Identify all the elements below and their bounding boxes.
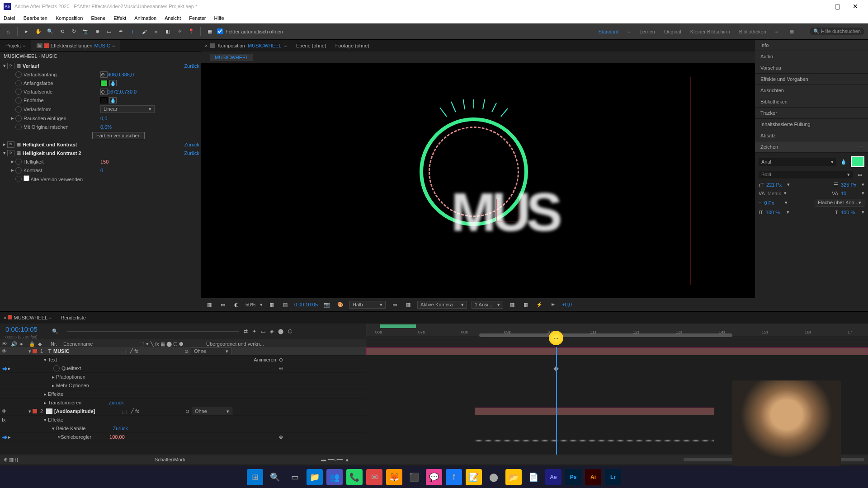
twirl-icon[interactable]: ▸ (42, 391, 48, 397)
reset-link[interactable]: Zurück (184, 150, 199, 156)
fill-color-swatch[interactable] (851, 156, 864, 167)
layer-audioamplitude[interactable]: 👁 ▾ 2 [Audioamplitude] ⬚ ╱ fx ⊚ Ohne▾ (0, 407, 366, 416)
stopwatch-icon[interactable] (15, 89, 22, 95)
stroke-mode-dropdown[interactable]: Fläche über Kon...▾ (815, 199, 864, 206)
panel-preview[interactable]: Vorschau (755, 62, 868, 74)
color-swatch[interactable] (100, 97, 108, 103)
parent-column[interactable]: Übergeordnet und verkn... (206, 341, 264, 347)
exposure-icon[interactable]: ☀ (548, 300, 557, 309)
timeline-tab[interactable]: × MUSICWHEEL ≡ (4, 315, 52, 320)
taskbar-obs[interactable]: ⬤ (486, 469, 502, 485)
text-tool[interactable]: T (128, 27, 137, 36)
composition-viewer[interactable]: MUS (201, 63, 755, 298)
draft-icon[interactable]: ▦ (508, 300, 517, 309)
prop-value[interactable]: 406,0,388,0 (108, 72, 134, 77)
orbit-tool[interactable]: ⟲ (57, 27, 66, 36)
tab-project[interactable]: Projekt ≡ (0, 40, 31, 51)
prop-value[interactable]: 0,0 (100, 116, 107, 121)
tab-composition[interactable]: × Komposition MUSICWHEEL ≡ (205, 43, 287, 48)
grid-icon[interactable]: ▦ (205, 300, 214, 309)
exposure-value[interactable]: +0,0 (562, 302, 572, 307)
taskbar-lr[interactable]: Lr (605, 469, 621, 485)
minimize-button[interactable]: — (810, 3, 828, 10)
3d-icon[interactable]: ▦ (521, 300, 530, 309)
workspace-menu-icon[interactable]: ≡ (627, 29, 630, 34)
menu-animation[interactable]: Animation (134, 15, 156, 21)
comp-flowchart-tab[interactable]: MUSICWHEEL (210, 54, 253, 61)
twirl-icon[interactable]: ▸ (10, 159, 15, 164)
stopwatch-icon[interactable] (15, 97, 22, 103)
res-icon[interactable]: ▤ (281, 300, 290, 309)
prop-value[interactable]: 0,0% (100, 124, 112, 130)
timeline-search[interactable] (67, 331, 239, 332)
eraser-tool[interactable]: ◧ (163, 27, 172, 36)
expression-icon[interactable]: ⊚ (279, 434, 283, 440)
taskbar-teams[interactable]: 👥 (326, 469, 343, 485)
panel-content-aware[interactable]: Inhaltsbasierte Füllung (755, 119, 868, 130)
stopwatch-icon[interactable] (15, 124, 22, 130)
menu-ebene[interactable]: Ebene (91, 15, 105, 21)
work-area[interactable] (380, 324, 416, 328)
help-search[interactable]: 🔍 Hilfe durchsuchen (810, 28, 864, 35)
panel-tracker[interactable]: Tracker (755, 108, 868, 119)
twirl-icon[interactable]: ▾ (27, 408, 33, 414)
zoom-in-icon[interactable]: ▲ (344, 457, 349, 462)
lock-column-icon[interactable]: 🔒 (29, 341, 34, 347)
kerning-value[interactable]: Metrik (768, 191, 781, 196)
taskbar-facebook[interactable]: f (446, 469, 462, 485)
taskbar-notes[interactable]: 📝 (466, 469, 482, 485)
motion-blur-icon[interactable]: ⬤ (278, 328, 283, 334)
render-icon[interactable]: ⚡ (535, 300, 544, 309)
viewer-timecode[interactable]: 0:00:10:05 (294, 302, 318, 307)
eyedropper-icon[interactable]: 💧 (109, 80, 117, 86)
stopwatch-icon[interactable] (15, 115, 22, 122)
transparency-icon[interactable]: ▦ (404, 300, 413, 309)
twirl-icon[interactable]: ▾ (42, 417, 48, 423)
keyframe-nav[interactable]: ◂◆▸fx Schieberegler100,00⊚ (0, 433, 366, 441)
draft-3d-icon[interactable]: ✦ (252, 328, 256, 334)
rotate-tool[interactable]: ↻ (69, 27, 78, 36)
shy-icon[interactable]: ▭ (261, 328, 265, 334)
label-column-icon[interactable]: ◆ (38, 341, 47, 347)
workspace-original[interactable]: Original (664, 29, 681, 34)
menu-fenster[interactable]: Fenster (189, 15, 206, 21)
swap-colors-button[interactable]: Farben vertauschen (92, 132, 145, 139)
auto-open-checkbox[interactable] (217, 28, 223, 34)
color-swatch[interactable] (100, 80, 108, 86)
fx-toggle-icon[interactable]: fx (7, 63, 14, 69)
stopwatch-icon[interactable] (15, 80, 22, 86)
audio-column-icon[interactable]: 🔊 (11, 341, 16, 347)
eyedropper-icon[interactable]: 💧 (109, 97, 117, 103)
fx-toggle-icon[interactable]: fx (7, 150, 14, 156)
workspace-reset-icon[interactable]: ▦ (787, 27, 796, 36)
taskbar-folder[interactable]: 📂 (505, 469, 522, 485)
cti-highlight[interactable]: ↔ (549, 331, 563, 345)
taskbar-editor[interactable]: 📄 (525, 469, 542, 485)
font-style-dropdown[interactable]: Bold▾ (759, 171, 853, 178)
crosshair-icon[interactable]: ⊕ (100, 89, 108, 95)
animate-menu-icon[interactable]: ⊙ (279, 357, 283, 362)
prop-value[interactable]: 1672,0,730,0 (108, 89, 137, 94)
taskbar-taskview[interactable]: ▭ (287, 469, 303, 485)
reset-link[interactable]: Zurück (184, 63, 199, 69)
font-size-value[interactable]: 221 Px (766, 182, 784, 188)
taskbar-explorer[interactable]: 📁 (307, 469, 323, 485)
search-icon[interactable]: 🔍 (52, 328, 58, 334)
current-time[interactable]: 0:00:10:05 (0, 324, 43, 335)
zoom-level[interactable]: 50% (245, 302, 255, 307)
tracking-value[interactable]: 10 (841, 191, 859, 196)
pickwhip-icon[interactable]: ⊚ (184, 348, 191, 354)
taskbar-whatsapp[interactable]: 📞 (346, 469, 363, 485)
switches-column[interactable]: ⬚ ✦ ╲ fx ▦ ⬤ ⬡ ⬢ (139, 341, 203, 347)
solo-column-icon[interactable]: ● (20, 341, 25, 347)
zoom-tool[interactable]: 🔍 (46, 27, 55, 36)
twirl-icon[interactable]: ▾ (2, 63, 7, 69)
resolution-dropdown[interactable]: Halb▾ (349, 301, 386, 309)
toggle-icon[interactable]: ◐ (232, 300, 241, 309)
brush-tool[interactable]: 🖌 (140, 27, 149, 36)
panel-audio[interactable]: Audio (755, 51, 868, 62)
comp-mini-flowchart-icon[interactable]: ⇄ (244, 328, 248, 334)
tab-footage[interactable]: Footage (ohne) (335, 43, 369, 48)
tab-layer[interactable]: Ebene (ohne) (296, 43, 326, 48)
parent-dropdown[interactable]: Ohne▾ (191, 347, 231, 355)
